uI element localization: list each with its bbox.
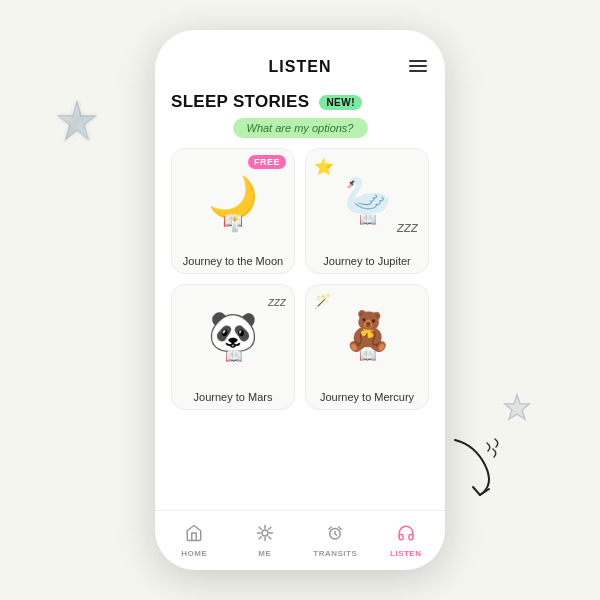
story-card-mars[interactable]: 🐼 📖 zzz Journey to Mars [171,284,295,410]
card-image-mars: 🐼 📖 zzz [172,285,294,385]
section-header: SLEEP STORIES NEW! [171,92,429,112]
svg-line-8 [268,536,270,538]
svg-marker-0 [59,102,95,139]
svg-line-14 [329,527,331,529]
main-content: SLEEP STORIES NEW! What are my options? … [155,82,445,510]
svg-line-15 [339,527,341,529]
svg-point-4 [262,530,268,536]
sun-icon [256,524,274,547]
card-label-mars: Journey to Mars [190,385,277,409]
card-image-jupiter: 🦢 📖 ⭐ zzz [306,149,428,249]
alarm-icon [326,524,344,547]
decoration-star-small [502,393,532,430]
nav-item-listen[interactable]: LISTEN [371,518,442,564]
menu-button[interactable] [409,60,427,72]
svg-line-11 [259,536,261,538]
phone-shell: LISTEN SLEEP STORIES NEW! What are my op… [155,30,445,570]
zzz-text-mars: zzz [268,295,286,309]
story-card-mercury[interactable]: 🧸 📖 🪄 Journey to Mercury [305,284,429,410]
star-icon-jupiter: ⭐ [314,157,334,176]
story-card-jupiter[interactable]: 🦢 📖 ⭐ zzz Journey to Jupiter [305,148,429,274]
app-header: LISTEN [155,50,445,82]
new-badge: NEW! [319,95,362,110]
card-label-jupiter: Journey to Jupiter [319,249,414,273]
page-title: LISTEN [269,58,332,76]
card-image-mercury: 🧸 📖 🪄 [306,285,428,385]
svg-line-12 [268,527,270,529]
card-label-mercury: Journey to Mercury [316,385,418,409]
headphones-icon [397,524,415,547]
svg-marker-2 [505,395,529,419]
nav-label-home: HOME [181,549,207,558]
nav-label-transits: TRANSITS [313,549,357,558]
nav-item-home[interactable]: HOME [159,518,230,564]
card-image-moon: 🌙 📖 🕯️ FREE [172,149,294,249]
nav-item-me[interactable]: ME [230,518,301,564]
svg-marker-1 [59,102,95,139]
section-title: SLEEP STORIES [171,92,309,112]
options-bubble[interactable]: What are my options? [171,118,429,138]
nav-item-transits[interactable]: TRANSITS [300,518,371,564]
svg-marker-3 [505,395,529,419]
nav-label-listen: LISTEN [390,549,421,558]
options-bubble-text[interactable]: What are my options? [233,118,368,138]
svg-line-7 [259,527,261,529]
arrow-decoration [445,435,505,495]
bottom-nav: HOME ME [155,510,445,570]
home-icon [185,524,203,547]
free-badge: FREE [248,155,286,169]
nav-label-me: ME [258,549,271,558]
stories-grid: 🌙 📖 🕯️ FREE Journey to the Moon 🦢 📖 ⭐ [171,148,429,410]
decoration-star-large [55,100,99,153]
wand-icon-mercury: 🪄 [314,293,331,309]
status-bar [155,30,445,50]
story-card-moon[interactable]: 🌙 📖 🕯️ FREE Journey to the Moon [171,148,295,274]
zzz-text-jupiter: zzz [397,219,418,235]
card-label-moon: Journey to the Moon [179,249,287,273]
